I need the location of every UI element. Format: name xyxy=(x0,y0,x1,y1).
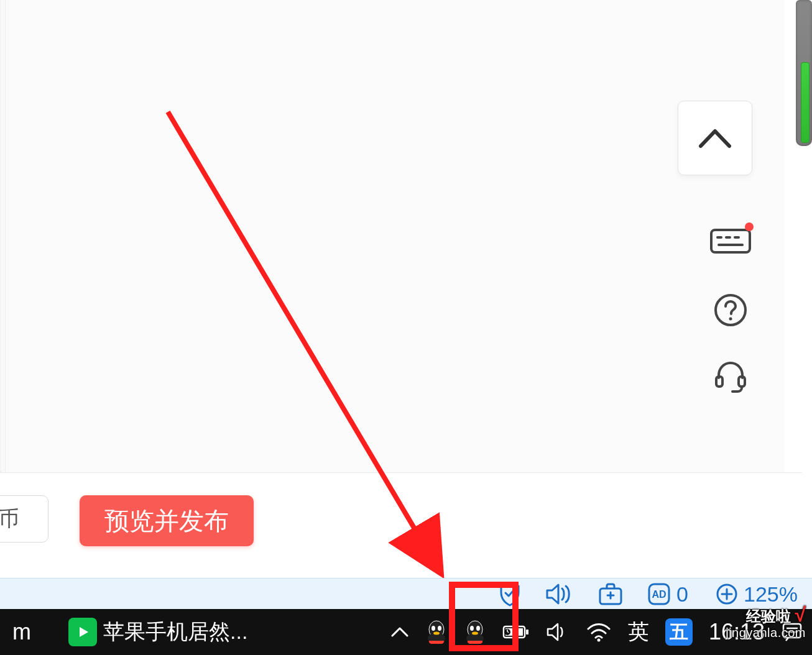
taskbar-app-iqiyi[interactable]: 苹果手机居然... xyxy=(68,618,247,646)
svg-marker-15 xyxy=(80,627,88,637)
svg-point-19 xyxy=(438,626,441,631)
browser-status-bar: AD 0 125% xyxy=(0,578,812,609)
watermark-title: 经验啦 xyxy=(746,608,791,625)
adblock-icon: AD xyxy=(647,582,671,607)
preview-publish-button[interactable]: 预览并发布 xyxy=(80,495,254,546)
watermark-url: jingyanla.com xyxy=(726,626,806,639)
svg-point-30 xyxy=(597,639,600,642)
ime-engine-badge[interactable]: 五 xyxy=(665,618,693,646)
shield-icon xyxy=(499,582,521,607)
taskbar-app-title: 苹果手机居然... xyxy=(103,618,247,646)
svg-point-23 xyxy=(470,626,474,631)
action-bar: 币 预览并发布 xyxy=(0,472,802,578)
adblock-count: 0 xyxy=(676,582,688,607)
speaker-icon xyxy=(545,582,572,606)
help-button[interactable] xyxy=(709,288,752,332)
zoom-control[interactable]: 125% xyxy=(715,582,798,606)
ime-language[interactable]: 英 xyxy=(628,618,649,646)
editor-canvas[interactable] xyxy=(6,0,785,472)
svg-point-25 xyxy=(472,632,478,635)
chevron-up-icon xyxy=(698,127,732,149)
qq-icon[interactable] xyxy=(425,620,448,644)
watermark: 经验啦 √ jingyanla.com xyxy=(726,604,806,639)
svg-point-24 xyxy=(476,626,480,631)
help-icon xyxy=(713,293,748,328)
volume-icon[interactable] xyxy=(546,622,570,642)
iqiyi-icon xyxy=(68,618,97,646)
shield-indicator[interactable] xyxy=(499,582,521,606)
svg-rect-0 xyxy=(711,230,750,252)
keyboard-button[interactable] xyxy=(709,218,752,261)
keyboard-icon xyxy=(710,225,751,254)
tray-overflow-button[interactable] xyxy=(390,626,409,638)
qq-icon-2[interactable] xyxy=(464,620,486,644)
taskbar-app-fragment[interactable]: m xyxy=(0,619,31,645)
ime-engine-label: 五 xyxy=(670,620,688,645)
notification-dot xyxy=(745,222,754,231)
checkmark-icon: √ xyxy=(795,603,806,626)
volume-gauge-fill xyxy=(801,62,810,143)
headset-icon xyxy=(713,358,749,394)
editor-left-margin xyxy=(1,0,6,472)
medkit-icon xyxy=(598,582,623,606)
svg-point-6 xyxy=(729,318,732,321)
wifi-icon[interactable] xyxy=(586,621,612,643)
windows-taskbar: m 苹果手机居然... 英 五 16:13 xyxy=(0,609,812,655)
zoom-in-icon xyxy=(715,582,739,606)
zoom-level: 125% xyxy=(744,582,798,607)
battery-icon[interactable] xyxy=(502,624,530,640)
currency-button[interactable]: 币 xyxy=(0,495,48,543)
svg-point-18 xyxy=(431,626,435,631)
svg-point-20 xyxy=(433,632,440,635)
preview-publish-label: 预览并发布 xyxy=(104,504,229,538)
support-button[interactable] xyxy=(709,354,752,398)
editor-area xyxy=(0,0,783,472)
adblock-indicator[interactable]: AD 0 xyxy=(647,582,688,606)
scroll-to-top-button[interactable] xyxy=(678,101,752,175)
sound-indicator[interactable] xyxy=(545,582,572,606)
currency-button-label: 币 xyxy=(0,505,19,533)
svg-text:AD: AD xyxy=(652,589,666,600)
svg-point-5 xyxy=(716,295,745,325)
extensions-button[interactable] xyxy=(598,582,623,606)
svg-rect-27 xyxy=(526,630,528,634)
